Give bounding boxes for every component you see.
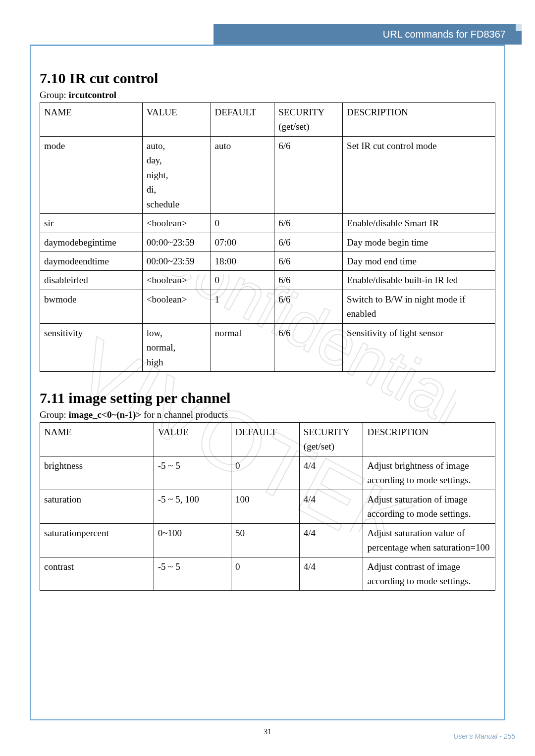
group-prefix: Group: xyxy=(40,409,69,420)
content-frame: Confidential VIVOTEK 7.10 IR cut control… xyxy=(30,45,505,720)
table-row: brightness -5 ~ 5 0 4/4 Adjust brightnes… xyxy=(40,456,495,490)
col-value: VALUE xyxy=(142,103,211,137)
header-tab-notch xyxy=(516,24,522,31)
section-710-title: 7.10 IR cut control xyxy=(40,70,495,87)
table-row: disableirled <boolean> 0 6/6 Enable/disa… xyxy=(40,271,495,290)
page: URL commands for FD8367 Confidential VIV… xyxy=(0,0,535,756)
table-row: sensitivity low,normal,high normal 6/6 S… xyxy=(40,323,495,371)
col-description: DESCRIPTION xyxy=(363,423,495,456)
group-name: image_c<0~(n-1)> xyxy=(69,409,142,420)
table-row: sir <boolean> 0 6/6 Enable/disable Smart… xyxy=(40,214,495,233)
col-description: DESCRIPTION xyxy=(343,103,495,137)
section-710-group: Group: ircutcontrol xyxy=(40,90,495,101)
page-number-right: User's Manual - 255 xyxy=(453,732,515,740)
table-row: contrast -5 ~ 5 0 4/4 Adjust contrast of… xyxy=(40,557,495,591)
ircutcontrol-table: NAME VALUE DEFAULT SECURITY(get/set) DES… xyxy=(40,102,495,372)
image-setting-table: NAME VALUE DEFAULT SECURITY(get/set) DES… xyxy=(40,422,495,591)
table-row: saturation -5 ~ 5, 100 100 4/4 Adjust sa… xyxy=(40,490,495,523)
table-header-row: NAME VALUE DEFAULT SECURITY(get/set) DES… xyxy=(40,103,495,137)
table-row: saturationpercent 0~100 50 4/4 Adjust sa… xyxy=(40,523,495,557)
group-prefix: Group: xyxy=(40,90,69,100)
table-row: bwmode <boolean> 1 6/6 Switch to B/W in … xyxy=(40,290,495,323)
col-name: NAME xyxy=(40,103,143,137)
header-title: URL commands for FD8367 xyxy=(383,29,506,40)
col-name: NAME xyxy=(40,423,154,456)
group-name: ircutcontrol xyxy=(69,90,116,100)
table-row: mode auto,day,night,di,schedule auto 6/6… xyxy=(40,136,495,213)
col-default: DEFAULT xyxy=(211,103,274,137)
col-security: SECURITY(get/set) xyxy=(274,103,343,137)
col-value: VALUE xyxy=(154,423,231,456)
section-711-group: Group: image_c<0~(n-1)> for n channel pr… xyxy=(40,409,495,420)
table-header-row: NAME VALUE DEFAULT SECURITY(get/set) DES… xyxy=(40,423,495,456)
col-default: DEFAULT xyxy=(231,423,299,456)
table-row: daymodeendtime 00:00~23:59 18:00 6/6 Day… xyxy=(40,252,495,270)
section-711-title: 7.11 image setting per channel xyxy=(40,390,495,406)
table-row: daymodebegintime 00:00~23:59 07:00 6/6 D… xyxy=(40,233,495,252)
header-bar: URL commands for FD8367 xyxy=(214,24,522,45)
col-security: SECURITY(get/set) xyxy=(299,423,363,456)
group-suffix: for n channel products xyxy=(141,409,228,420)
